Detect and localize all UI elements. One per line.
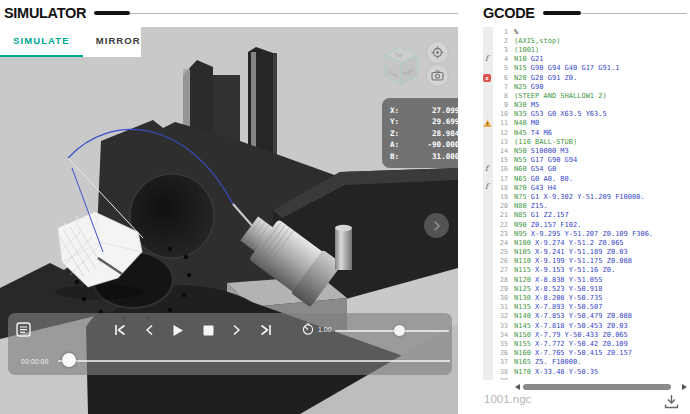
- simulator-tabs: SIMULATE MIRROR: [0, 27, 141, 57]
- gcode-comment: (116 BALL-STUB): [514, 138, 577, 146]
- scrollbar-track[interactable]: [523, 384, 680, 391]
- gcode-line[interactable]: 38N170 X-33.48 Y-50.35: [483, 367, 688, 376]
- gcode-line[interactable]: 34N150 X-7.79 Y-50.433 Z0.065: [483, 330, 688, 339]
- gcode-line[interactable]: 19N75 G1 X-9.302 Y-51.209 F10000.: [483, 192, 688, 201]
- gutter-icon-slot: [483, 321, 493, 330]
- speed-slider[interactable]: [335, 325, 449, 337]
- gcode-text: N50 S10000 M3: [514, 147, 569, 155]
- skip-end-icon[interactable]: [259, 324, 272, 336]
- speed-slider-handle[interactable]: [394, 325, 405, 336]
- gcode-line[interactable]: 9N30 M5: [483, 101, 688, 110]
- gcode-line[interactable]: 31N135 X-7.893 Y-50.507: [483, 303, 688, 312]
- step-back-icon[interactable]: [145, 324, 154, 336]
- line-number: 21: [493, 211, 508, 219]
- line-number: 9: [493, 101, 508, 109]
- gutter-icon-slot: [483, 229, 493, 238]
- line-number: 11: [493, 119, 508, 127]
- gcode-line[interactable]: 7N25 G90: [483, 82, 688, 91]
- gcode-line[interactable]: 21N85 G1 Z2.157: [483, 211, 688, 220]
- warning-icon: !: [483, 119, 492, 127]
- tab-simulate[interactable]: SIMULATE: [0, 27, 83, 57]
- tab-mirror[interactable]: MIRROR: [83, 27, 154, 57]
- gcode-line[interactable]: 20N80 Z15.: [483, 202, 688, 211]
- gcode-text: N170 X-33.48 Y-50.35: [514, 368, 598, 376]
- line-number: 2: [493, 37, 508, 45]
- gcode-line[interactable]: 22N90 Z0.157 F102.: [483, 220, 688, 229]
- gcode-editor[interactable]: 1%2(AXIS,stop)3(1001)f4N10 G215N15 G90 G…: [483, 27, 688, 380]
- gcode-line[interactable]: 2(AXIS,stop): [483, 36, 688, 45]
- gcode-line[interactable]: !11N40 M0: [483, 119, 688, 128]
- progress-slider-track[interactable]: [58, 360, 450, 362]
- gutter-icon-slot: [483, 349, 493, 358]
- gcode-line[interactable]: f18N70 G43 H4: [483, 183, 688, 192]
- gcode-line[interactable]: 29N125 X-8.523 Y-50.918: [483, 284, 688, 293]
- expand-panel-button[interactable]: [424, 213, 449, 238]
- gutter-icon-slot: [483, 248, 493, 257]
- scrollbar-thumb[interactable]: [523, 384, 671, 390]
- gcode-text: N35 G53 G0 X63.5 Y63.5: [514, 110, 607, 118]
- gcode-line[interactable]: 36N160 X-7.765 Y-50.415 Z0.157: [483, 349, 688, 358]
- gcode-line[interactable]: 33N145 X-7.818 Y-50.453 Z0.03: [483, 321, 688, 330]
- gcode-line[interactable]: 37N165 Z5. F10000.: [483, 358, 688, 367]
- gcode-line[interactable]: 35N155 X-7.772 Y-50.42 Z0.109: [483, 339, 688, 348]
- gcode-text: N25 G90: [514, 83, 544, 91]
- gcode-text: N60 G54 G0: [514, 165, 556, 173]
- gcode-line[interactable]: 17N65 G0 A0. B0.: [483, 174, 688, 183]
- gutter-icon-slot: !: [483, 119, 493, 128]
- line-number: 10: [493, 110, 508, 118]
- line-number: 25: [493, 248, 508, 256]
- gutter-icon-slot: [483, 330, 493, 339]
- dro-axis-label: Z:: [390, 128, 399, 139]
- simulator-title: SIMULATOR: [4, 5, 86, 21]
- gcode-line[interactable]: 30N130 X-8.208 Y-50.735: [483, 293, 688, 302]
- gcode-line[interactable]: 25N105 X-9.241 Y-51.189 Z0.03: [483, 248, 688, 257]
- gcode-line[interactable]: 26N110 X-9.199 Y-51.175 Z0.008: [483, 257, 688, 266]
- line-number: 7: [493, 83, 508, 91]
- gcode-line[interactable]: 13(116 BALL-STUB): [483, 137, 688, 146]
- gcode-line[interactable]: 1%: [483, 27, 688, 36]
- gcode-line[interactable]: 39: [483, 376, 688, 380]
- play-icon[interactable]: [172, 324, 184, 337]
- gcode-overlay-button[interactable]: [15, 321, 32, 342]
- focus-view-button[interactable]: [427, 42, 448, 63]
- scroll-right-arrow-icon[interactable]: [682, 384, 687, 390]
- gutter-icon-slot: [483, 27, 493, 36]
- transport-controls: [114, 322, 272, 338]
- progress-slider[interactable]: [58, 353, 450, 369]
- speed-control: 1.00: [302, 323, 332, 335]
- 3d-viewport[interactable]: Top Front Right X:27.0999Y:29.6999Z:28.9…: [0, 27, 458, 414]
- step-forward-icon[interactable]: [232, 324, 241, 336]
- gcode-line[interactable]: 8(STEEP AND SHALLOW1 2): [483, 91, 688, 100]
- gcode-line[interactable]: 28N120 X-8.838 Y-51.055: [483, 275, 688, 284]
- gcode-line[interactable]: 14N50 S10000 M3: [483, 146, 688, 155]
- gutter-icon-slot: [483, 220, 493, 229]
- gcode-text: N90 Z0.157 F102.: [514, 221, 581, 229]
- gcode-line[interactable]: 12N45 T4 M6: [483, 128, 688, 137]
- dro-row: B:31.0000: [390, 151, 458, 162]
- gcode-line[interactable]: 24N100 X-9.274 Y-51.2 Z0.065: [483, 238, 688, 247]
- gcode-line[interactable]: 23N95 X-9.295 Y-51.207 Z0.109 F306.: [483, 229, 688, 238]
- line-number: 4: [493, 55, 508, 63]
- gcode-line[interactable]: f16N60 G54 G0: [483, 165, 688, 174]
- line-number: 17: [493, 175, 508, 183]
- gcode-line[interactable]: 5N15 G90 G94 G40 G17 G91.1: [483, 64, 688, 73]
- gutter-icon-slot: [483, 275, 493, 284]
- speed-slider-track[interactable]: [335, 330, 449, 332]
- gcode-line[interactable]: 15N55 G17 G90 G94: [483, 156, 688, 165]
- gcode-line[interactable]: 3(1001): [483, 45, 688, 54]
- error-icon: x: [483, 74, 491, 82]
- gcode-line[interactable]: 10N35 G53 G0 X63.5 Y63.5: [483, 110, 688, 119]
- progress-slider-handle[interactable]: [62, 353, 76, 367]
- skip-start-icon[interactable]: [114, 324, 127, 336]
- gcode-line[interactable]: x6N20 G28 G91 Z0.: [483, 73, 688, 82]
- gcode-line[interactable]: 27N115 X-9.153 Y-51.16 Z0.: [483, 266, 688, 275]
- line-number: 29: [493, 285, 508, 293]
- download-button[interactable]: [663, 393, 680, 410]
- scroll-left-arrow-icon[interactable]: [515, 384, 520, 390]
- stop-icon[interactable]: [203, 325, 214, 336]
- gcode-text: N110 X-9.199 Y-51.175 Z0.008: [514, 257, 632, 265]
- gcode-line[interactable]: 32N140 X-7.853 Y-50.479 Z0.008: [483, 312, 688, 321]
- screenshot-button[interactable]: [427, 65, 448, 86]
- gutter-icon-slot: [483, 64, 493, 73]
- gcode-line[interactable]: f4N10 G21: [483, 55, 688, 64]
